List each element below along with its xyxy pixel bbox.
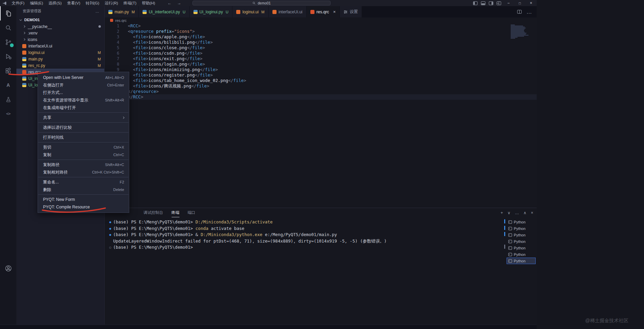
terminal-list-item-3[interactable]: Python	[507, 238, 536, 245]
file-name: res_rc.py	[28, 63, 45, 68]
nav-back-icon[interactable]: ←	[167, 1, 172, 5]
terminal-list-item-2[interactable]: Python	[507, 232, 536, 238]
search-icon[interactable]	[0, 20, 16, 35]
code-brackets-icon[interactable]: <>	[0, 107, 16, 121]
minimap-line	[511, 36, 524, 37]
file-row-__pycache__[interactable]: __pycache__	[16, 23, 104, 30]
terminal-list-item-5[interactable]: Python	[507, 251, 536, 258]
more-actions-icon[interactable]: …	[95, 9, 99, 13]
toggle-sidebar-icon[interactable]	[471, 1, 479, 5]
context-menu-item-item[interactable]: 选择以进行比较	[38, 124, 129, 131]
terminal-list-item-1[interactable]: Python	[507, 225, 536, 232]
command-center-search[interactable]: demo01	[192, 1, 331, 5]
account-icon[interactable]	[0, 261, 16, 275]
flask-icon[interactable]	[0, 92, 16, 107]
file-row-loginui.ui[interactable]: loginui.uiM	[16, 49, 104, 56]
split-editor-icon[interactable]	[517, 10, 522, 14]
terminal-list-item-6[interactable]: Python	[507, 258, 536, 264]
minimap[interactable]	[511, 25, 530, 39]
nav-forward-icon[interactable]: →	[177, 1, 181, 5]
context-menu-item-item[interactable]: 在集成终端中打开	[38, 104, 129, 111]
menubar-item-e[interactable]: 编辑(E)	[27, 0, 46, 6]
context-menu-item-pyqt-new-form[interactable]: PYQT: New Form	[38, 196, 129, 203]
context-menu-item-...[interactable]: 打开方式...	[38, 89, 129, 96]
panel-tab-1[interactable]: 终端	[172, 208, 179, 217]
code-line-4: 4 <file>icons/bilibili.png</file>	[105, 40, 537, 45]
file-row-icons[interactable]: icons	[16, 36, 104, 43]
close-icon[interactable]: ×	[333, 9, 336, 14]
customize-layout-icon[interactable]	[495, 1, 503, 5]
file-name: __pycache__	[28, 24, 52, 29]
line-number: 7	[105, 56, 128, 61]
command-decoration-icon[interactable]: ●	[107, 225, 113, 232]
tab-loginui.ui[interactable]: loginui.uiM	[232, 6, 269, 17]
explorer-icon[interactable]	[0, 6, 16, 20]
tab-ui_loginui.py[interactable]: Ui_loginui.pyU	[190, 6, 233, 17]
tab-main.py[interactable]: main.pyM	[105, 6, 139, 17]
terminal-output[interactable]: ●(base) PS E:\Meng\PyQT5\demo01> D:/Mini…	[105, 217, 503, 325]
terminal-list-item-0[interactable]: Python	[507, 219, 536, 225]
launch-profile-chevron-icon[interactable]: ∨	[507, 210, 510, 215]
code-editor[interactable]: 1<RCC>2<qresource prefix="icons">3 <file…	[105, 23, 537, 208]
file-row-.venv[interactable]: .venv	[16, 30, 104, 36]
menubar-item-s[interactable]: 选择(S)	[46, 0, 64, 6]
menubar-item-g[interactable]: 转到(G)	[83, 0, 102, 6]
context-menu-item-...[interactable]: 重命名...F2	[38, 178, 129, 186]
tab-res.qrc[interactable]: res.qrc×	[307, 6, 340, 17]
extension-a-icon[interactable]: A	[0, 78, 16, 92]
run-and-debug-icon[interactable]	[0, 49, 16, 64]
new-terminal-icon[interactable]: +	[500, 210, 503, 215]
context-menu-item-item[interactable]: 删除Delete	[38, 186, 129, 193]
terminal-list-item-4[interactable]: Python	[507, 245, 536, 251]
source-control-icon[interactable]	[0, 35, 16, 49]
context-menu-item-item[interactable]: 共享	[38, 114, 129, 121]
file-row-interfaceui.ui[interactable]: interfaceUi.ui	[16, 43, 104, 49]
terminal-line: UpdateLayeredWindowIndirect failed for p…	[107, 238, 503, 245]
project-root-folder[interactable]: DEMO01	[16, 16, 104, 23]
context-menu-item-pyqt-compile-resource[interactable]: PYQT: Compile Resource	[38, 203, 129, 211]
command-decoration-icon[interactable]: ●	[107, 232, 113, 238]
close-panel-icon[interactable]: ×	[531, 210, 533, 215]
menu-item-shortcut: Ctrl+K Ctrl+Shift+C	[92, 170, 124, 174]
minimize-button[interactable]: −	[503, 0, 514, 6]
context-menu-item-item[interactable]: 打开时间线	[38, 134, 129, 141]
command-decoration-icon[interactable]: ○	[107, 244, 113, 251]
tab-ui_interfaceui.py[interactable]: Ui_interfaceUi.pyU	[139, 6, 189, 17]
terminal-icon	[508, 227, 512, 230]
panel-tab-2[interactable]: 端口	[188, 208, 196, 217]
command-decoration-icon[interactable]: ●	[107, 219, 113, 225]
menubar-item-r[interactable]: 运行(R)	[102, 0, 121, 6]
extensions-icon[interactable]	[0, 64, 16, 78]
close-window-button[interactable]: ×	[525, 0, 537, 6]
menubar-item-h[interactable]: 帮助(H)	[139, 0, 158, 6]
code-line-13: 13</qresource>	[105, 89, 537, 94]
menubar-item-v[interactable]: 查看(V)	[64, 0, 83, 6]
toggle-secondary-sidebar-icon[interactable]	[487, 1, 495, 5]
context-menu-item-item[interactable]: 复制相对路径Ctrl+K Ctrl+Shift+C	[38, 168, 129, 176]
git-status-badge: M	[261, 10, 265, 14]
maximize-panel-icon[interactable]: ∧	[523, 210, 526, 215]
context-menu-item-item[interactable]: 在侧边打开Ctrl+Enter	[38, 81, 129, 89]
context-menu-item-item[interactable]: 剪切Ctrl+X	[38, 143, 129, 151]
titlebar: 文件(F)编辑(E)选择(S)查看(V)转到(G)运行(R)终端(T)帮助(H)…	[0, 0, 537, 6]
more-actions-icon[interactable]: …	[526, 9, 532, 15]
context-menu-item-open-with-live-server[interactable]: Open with Live ServerAlt+L Alt+O	[38, 74, 129, 81]
tabs: main.pyMUi_interfaceUi.pyUUi_loginui.pyU…	[105, 6, 362, 17]
maximize-button[interactable]: □	[514, 0, 525, 6]
menubar-item-f[interactable]: 文件(F)	[9, 0, 27, 6]
tab-interfaceui.ui[interactable]: interfaceUi.ui	[269, 6, 307, 17]
search-value: demo01	[258, 1, 271, 5]
toggle-panel-icon[interactable]	[479, 1, 487, 5]
more-actions-icon[interactable]: …	[515, 210, 519, 215]
menu-item-label: 重命名...	[43, 179, 120, 185]
tab-item[interactable]: 设置	[340, 6, 362, 17]
context-menu-item-item[interactable]: 复制路径Shift+Alt+C	[38, 161, 129, 168]
menubar-item-t[interactable]: 终端(T)	[121, 0, 139, 6]
panel-tab-0[interactable]: 调试控制台	[144, 208, 163, 217]
py-file-icon	[143, 10, 147, 14]
breadcrumb[interactable]: res.qrc	[105, 17, 537, 23]
context-menu-item-item[interactable]: 复制Ctrl+C	[38, 151, 129, 159]
context-menu-item-item[interactable]: 在文件资源管理器中显示Shift+Alt+R	[38, 96, 129, 104]
file-row-main.py[interactable]: main.pyM	[16, 56, 104, 62]
file-row-res_rc.py[interactable]: res_rc.pyM	[16, 62, 104, 69]
